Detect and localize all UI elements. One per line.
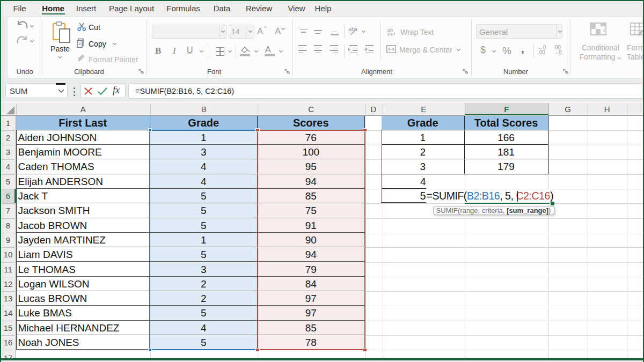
svg-text:ab: ab — [348, 26, 355, 32]
svg-text:c: c — [387, 32, 390, 36]
